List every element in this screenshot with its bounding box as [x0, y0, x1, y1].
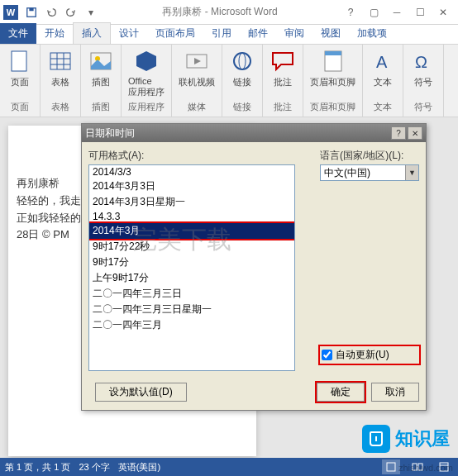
- format-option[interactable]: 2014年3月: [89, 223, 294, 239]
- ribbon-illustrations[interactable]: 插图: [84, 46, 117, 90]
- ribbon-text[interactable]: A 文本: [366, 46, 399, 90]
- auto-update-checkbox[interactable]: [322, 350, 332, 360]
- undo-button[interactable]: [42, 3, 60, 21]
- save-button[interactable]: [22, 3, 41, 21]
- auto-update-row[interactable]: 自动更新(U): [320, 346, 419, 364]
- tab-addins[interactable]: 加载项: [349, 23, 395, 44]
- format-option[interactable]: 二〇一四年三月: [89, 317, 294, 333]
- format-option[interactable]: 2014年3月3日: [89, 178, 294, 194]
- svg-rect-2: [12, 51, 26, 71]
- apps-icon: [133, 48, 160, 74]
- format-option[interactable]: 9时17分: [89, 255, 294, 270]
- ribbon-apps[interactable]: Office 应用程序: [125, 46, 168, 100]
- ribbon-pages[interactable]: 页面: [3, 46, 36, 90]
- header-icon: [320, 48, 346, 74]
- format-option[interactable]: 9时17分22秒: [89, 239, 294, 255]
- maximize-button[interactable]: ☐: [408, 3, 432, 21]
- language-label: 语言(国家/地区)(L):: [320, 149, 419, 163]
- text-icon: A: [370, 48, 396, 74]
- format-option[interactable]: 上午9时17分: [89, 270, 294, 286]
- tab-file[interactable]: 文件: [0, 23, 36, 44]
- ribbon: 页面 页面 表格 表格 插图 插图 Office 应用程序 应: [0, 45, 458, 117]
- svg-point-12: [239, 53, 246, 69]
- qat-dropdown[interactable]: ▾: [82, 3, 100, 21]
- picture-icon: [88, 48, 114, 74]
- date-time-dialog: 日期和时间 ? ✕ 可用格式(A): 2014/3/32014年3月3日2014…: [81, 123, 427, 411]
- ribbon-comments[interactable]: 批注: [266, 46, 299, 90]
- formats-label: 可用格式(A):: [88, 149, 312, 163]
- format-option[interactable]: 14.3.3: [89, 210, 294, 223]
- svg-rect-14: [325, 51, 341, 55]
- status-bar: 第 1 页，共 1 页 23 个字 英语(美国): [0, 458, 458, 476]
- window-title: 再别康桥 - Microsoft Word: [101, 5, 339, 19]
- tab-insert[interactable]: 插入: [73, 22, 111, 44]
- svg-point-11: [234, 53, 250, 69]
- set-default-button[interactable]: 设为默认值(D): [95, 383, 187, 402]
- redo-button[interactable]: [62, 3, 80, 21]
- url-watermark: zhishiwd.com: [398, 463, 453, 473]
- cancel-button[interactable]: 取消: [371, 383, 419, 402]
- tab-mailings[interactable]: 邮件: [240, 23, 276, 44]
- format-option[interactable]: 二〇一四年三月三日星期一: [89, 302, 294, 317]
- status-page[interactable]: 第 1 页，共 1 页: [5, 461, 70, 474]
- svg-rect-3: [50, 53, 70, 69]
- tab-home[interactable]: 开始: [36, 23, 73, 44]
- dialog-help-button[interactable]: ?: [391, 126, 406, 140]
- ribbon-links[interactable]: 链接: [226, 46, 259, 90]
- symbol-icon: Ω: [410, 48, 437, 74]
- ribbon-options-button[interactable]: ▢: [362, 3, 385, 21]
- page-icon: [7, 48, 33, 74]
- comment-icon: [270, 48, 296, 74]
- help-button[interactable]: ?: [339, 3, 362, 21]
- format-option[interactable]: 2014年3月3日星期一: [89, 194, 294, 210]
- ribbon-symbols[interactable]: Ω 符号: [407, 46, 440, 90]
- status-words[interactable]: 23 个字: [79, 461, 109, 474]
- dialog-titlebar[interactable]: 日期和时间 ? ✕: [82, 124, 426, 142]
- word-icon: W: [3, 5, 18, 20]
- brand-watermark: 知识屋: [362, 425, 450, 453]
- svg-text:A: A: [376, 53, 388, 71]
- tab-design[interactable]: 设计: [111, 23, 147, 44]
- svg-rect-17: [387, 463, 395, 471]
- language-combo[interactable]: 中文(中国) ▼: [320, 164, 419, 181]
- table-icon: [47, 48, 74, 74]
- language-value: 中文(中国): [321, 166, 405, 180]
- dialog-close-button[interactable]: ✕: [408, 126, 422, 140]
- tab-layout[interactable]: 页面布局: [147, 23, 203, 44]
- ribbon-headerfooter[interactable]: 页眉和页脚: [307, 46, 359, 90]
- auto-update-label: 自动更新(U): [336, 348, 389, 362]
- video-icon: [184, 48, 210, 74]
- format-option[interactable]: 二〇一四年三月三日: [89, 286, 294, 302]
- status-lang[interactable]: 英语(美国): [118, 461, 160, 474]
- ribbon-video[interactable]: 联机视频: [175, 46, 218, 90]
- ok-button[interactable]: 确定: [317, 383, 365, 402]
- brand-text: 知识屋: [395, 426, 450, 451]
- link-icon: [229, 48, 255, 74]
- minimize-button[interactable]: ─: [385, 3, 408, 21]
- dialog-title-text: 日期和时间: [85, 126, 389, 140]
- formats-listbox[interactable]: 2014/3/32014年3月3日2014年3月3日星期一14.3.32014年…: [88, 164, 295, 371]
- format-option[interactable]: 2014/3/3: [89, 165, 294, 178]
- chevron-down-icon: ▼: [405, 165, 418, 180]
- ribbon-table[interactable]: 表格: [44, 46, 77, 90]
- view-print-layout[interactable]: [382, 459, 400, 474]
- close-button[interactable]: ✕: [432, 3, 455, 21]
- title-bar: W ▾ 再别康桥 - Microsoft Word ? ▢ ─ ☐ ✕: [0, 0, 458, 25]
- shield-icon: [362, 425, 390, 453]
- svg-rect-1: [29, 7, 33, 11]
- tab-review[interactable]: 审阅: [276, 23, 312, 44]
- tab-view[interactable]: 视图: [312, 23, 349, 44]
- svg-text:Ω: Ω: [415, 53, 427, 71]
- ribbon-tabs: 文件 开始 插入 设计 页面布局 引用 邮件 审阅 视图 加载项: [0, 25, 458, 45]
- tab-references[interactable]: 引用: [203, 23, 240, 44]
